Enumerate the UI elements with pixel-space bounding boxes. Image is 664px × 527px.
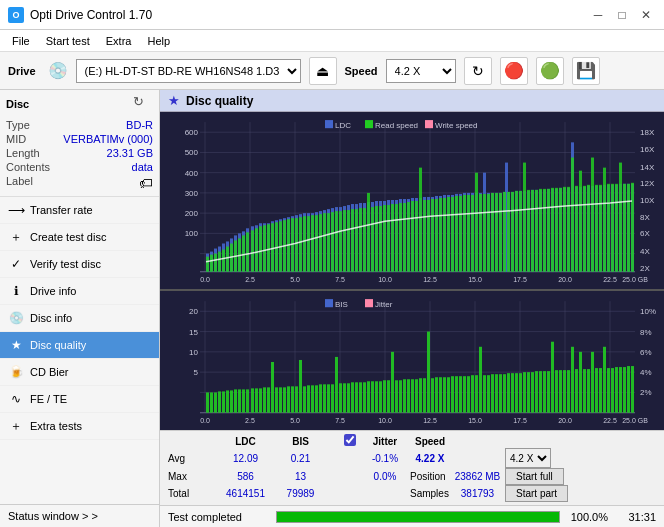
svg-rect-317: [263, 387, 266, 412]
svg-rect-193: [367, 193, 370, 272]
svg-rect-220: [475, 173, 478, 272]
svg-text:10X: 10X: [640, 196, 655, 205]
svg-rect-216: [459, 196, 462, 272]
svg-text:500: 500: [185, 148, 199, 157]
svg-rect-201: [399, 203, 402, 272]
svg-rect-214: [451, 197, 454, 272]
svg-rect-387: [543, 371, 546, 413]
svg-text:0.0: 0.0: [200, 276, 210, 283]
svg-text:22.5: 22.5: [603, 276, 617, 283]
svg-rect-330: [315, 385, 318, 412]
svg-text:15.0: 15.0: [468, 276, 482, 283]
disc-label-edit[interactable]: 🏷: [139, 175, 153, 191]
svg-rect-238: [547, 189, 550, 272]
maximize-button[interactable]: □: [612, 5, 632, 25]
sidebar-menu: ⟶ Transfer rate ＋ Create test disc ✓ Ver…: [0, 197, 159, 504]
svg-rect-242: [563, 187, 566, 272]
svg-rect-198: [387, 205, 390, 272]
refresh-button[interactable]: ↻: [464, 57, 492, 85]
sidebar-item-create-test-disc[interactable]: ＋ Create test disc: [0, 224, 159, 251]
svg-rect-385: [535, 371, 538, 413]
sidebar-item-transfer-rate[interactable]: ⟶ Transfer rate: [0, 197, 159, 224]
sidebar-item-disc-quality[interactable]: ★ Disc quality: [0, 332, 159, 359]
svg-text:8%: 8%: [640, 328, 652, 337]
drive-selector[interactable]: (E:) HL-DT-ST BD-RE WH16NS48 1.D3: [76, 59, 301, 83]
eject-button[interactable]: ⏏: [309, 57, 337, 85]
status-window-button[interactable]: Status window > >: [0, 504, 159, 527]
sidebar-item-verify-test-disc[interactable]: ✓ Verify test disc: [0, 251, 159, 278]
menu-file[interactable]: File: [4, 33, 38, 49]
svg-rect-307: [222, 391, 225, 412]
speed-selector[interactable]: 4.2 X: [386, 59, 456, 83]
settings-button[interactable]: 🔴: [500, 57, 528, 85]
svg-rect-182: [323, 213, 326, 272]
svg-rect-257: [623, 184, 626, 272]
svg-rect-239: [551, 188, 554, 272]
sidebar-item-cd-bier[interactable]: 🍺 CD Bier: [0, 359, 159, 386]
svg-rect-206: [419, 168, 422, 272]
svg-rect-384: [531, 372, 534, 413]
disc-section-title: Disc: [6, 98, 29, 110]
svg-rect-311: [238, 389, 241, 412]
svg-text:25.0 GB: 25.0 GB: [622, 276, 648, 283]
svg-text:14X: 14X: [640, 163, 655, 172]
svg-text:25.0 GB: 25.0 GB: [622, 417, 648, 424]
svg-rect-177: [303, 216, 306, 272]
minimize-button[interactable]: ─: [588, 5, 608, 25]
svg-rect-211: [439, 198, 442, 272]
svg-rect-333: [327, 384, 330, 412]
menu-start-test[interactable]: Start test: [38, 33, 98, 49]
sidebar-item-drive-info[interactable]: ℹ Drive info: [0, 278, 159, 305]
svg-rect-240: [555, 188, 558, 272]
charts-area: 600 500 400 300 200 100 18X 16X 14X 12X …: [160, 112, 664, 430]
svg-text:600: 600: [185, 128, 199, 137]
sidebar-item-fe-te[interactable]: ∿ FE / TE: [0, 386, 159, 413]
position-value: 23862 MB: [450, 468, 505, 485]
cd-bier-icon: 🍺: [8, 364, 24, 380]
svg-rect-246: [579, 171, 582, 272]
jitter-header-label: Jitter: [360, 434, 410, 448]
svg-rect-245: [575, 186, 578, 272]
jitter-checkbox[interactable]: [344, 434, 356, 446]
svg-rect-191: [359, 208, 362, 272]
svg-rect-405: [615, 367, 618, 413]
svg-rect-262: [365, 120, 373, 128]
svg-rect-230: [515, 191, 518, 272]
svg-rect-352: [403, 379, 406, 412]
svg-rect-194: [371, 207, 374, 272]
max-label: Max: [168, 468, 218, 485]
svg-text:2X: 2X: [640, 264, 650, 273]
close-button[interactable]: ✕: [636, 5, 656, 25]
svg-rect-392: [563, 370, 566, 413]
svg-rect-402: [603, 347, 606, 413]
avg-label: Avg: [168, 448, 218, 468]
svg-rect-222: [483, 194, 486, 272]
avg-jitter: -0.1%: [360, 448, 410, 468]
svg-rect-204: [411, 201, 414, 272]
start-part-button[interactable]: Start part: [505, 485, 568, 502]
svg-rect-243: [567, 187, 570, 272]
menu-extra[interactable]: Extra: [98, 33, 140, 49]
svg-rect-166: [259, 226, 262, 272]
avg-speed-select[interactable]: 4.2 X: [505, 448, 551, 468]
svg-rect-188: [347, 210, 350, 272]
svg-rect-229: [511, 192, 514, 272]
disc-quality-title: Disc quality: [186, 94, 253, 108]
start-full-button[interactable]: Start full: [505, 468, 564, 485]
sidebar-item-extra-tests[interactable]: ＋ Extra tests: [0, 413, 159, 440]
svg-rect-258: [627, 184, 630, 272]
svg-rect-338: [347, 383, 350, 412]
svg-rect-367: [463, 376, 466, 413]
speed-label: Speed: [345, 65, 378, 77]
svg-rect-199: [391, 204, 394, 272]
svg-rect-343: [367, 381, 370, 412]
svg-text:22.5: 22.5: [603, 417, 617, 424]
disc-refresh-button[interactable]: ↻: [133, 94, 153, 114]
menu-help[interactable]: Help: [139, 33, 178, 49]
svg-rect-255: [615, 184, 618, 272]
svg-rect-196: [379, 206, 382, 272]
svg-rect-312: [242, 389, 245, 412]
extra-button[interactable]: 🟢: [536, 57, 564, 85]
sidebar-item-disc-info[interactable]: 💿 Disc info: [0, 305, 159, 332]
save-button[interactable]: 💾: [572, 57, 600, 85]
